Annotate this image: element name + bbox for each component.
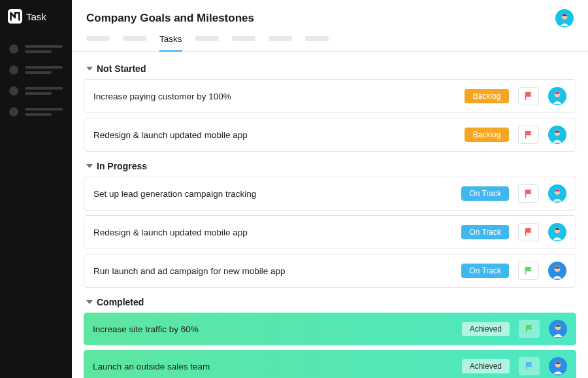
section-in_progress: In ProgressSet up lead generation campai… (84, 157, 576, 288)
task-title: Redesign & launch updated mobile app (93, 228, 452, 237)
flag-button[interactable] (519, 320, 540, 338)
flag-icon (524, 130, 533, 139)
task-title: Redesign & launch updated mobile app (93, 130, 455, 140)
status-badge[interactable]: On Track (461, 186, 509, 201)
sidebar-item[interactable] (9, 65, 63, 75)
tab-placeholder[interactable] (269, 36, 292, 41)
section-completed: CompletedIncrease site traffic by 60%Ach… (84, 293, 576, 378)
tab-placeholder[interactable] (305, 36, 329, 41)
flag-button[interactable] (518, 262, 539, 280)
flag-icon (524, 189, 533, 198)
assignee-avatar[interactable] (548, 223, 566, 241)
task-title: Increase paying customer by 100% (93, 92, 455, 101)
flag-button[interactable] (518, 223, 539, 241)
flag-button[interactable] (518, 87, 539, 105)
chevron-down-icon (86, 164, 93, 168)
status-badge[interactable]: Backlog (465, 128, 509, 142)
section-title: Not Started (97, 63, 146, 74)
status-badge[interactable]: On Track (461, 225, 509, 239)
tab-placeholder[interactable] (123, 36, 146, 41)
sidebar: Task (0, 0, 72, 378)
tab-placeholder[interactable] (195, 36, 219, 41)
task-title: Launch an outside sales team (93, 362, 453, 371)
page-title: Company Goals and Milestones (86, 12, 254, 25)
assignee-avatar[interactable] (549, 320, 567, 338)
chevron-down-icon (86, 67, 93, 71)
header: Company Goals and Milestones (72, 0, 588, 34)
task-title: Increase site traffic by 60% (93, 324, 453, 334)
flag-icon (524, 92, 533, 101)
flag-icon (525, 362, 534, 371)
tabs: Tasks (72, 34, 588, 52)
main-content: Company Goals and Milestones Tasks Not S… (72, 0, 588, 378)
flag-button[interactable] (518, 126, 539, 144)
section-header[interactable]: Completed (84, 293, 576, 313)
tab-placeholder[interactable] (86, 36, 110, 41)
tab-placeholder[interactable] (232, 36, 255, 41)
task-title: Set up lead generation campaign tracking (93, 189, 452, 199)
flag-icon (524, 266, 533, 275)
assignee-avatar[interactable] (548, 87, 566, 105)
task-row[interactable]: Increase paying customer by 100%Backlog (84, 79, 576, 113)
sidebar-nav (0, 33, 72, 128)
app-logo[interactable]: Task (0, 0, 72, 33)
status-badge[interactable]: On Track (461, 264, 509, 278)
task-row[interactable]: Launch an outside sales teamAchieved (84, 350, 576, 378)
task-row[interactable]: Redesign & launch updated mobile appBack… (84, 118, 576, 152)
status-badge[interactable]: Achieved (462, 359, 510, 373)
task-list-container: Not StartedIncrease paying customer by 1… (72, 52, 588, 378)
section-title: In Progress (97, 161, 147, 171)
assignee-avatar[interactable] (548, 262, 566, 280)
flag-button[interactable] (518, 184, 539, 203)
app-name: Task (26, 11, 46, 22)
flag-icon (524, 228, 533, 237)
status-badge[interactable]: Backlog (465, 89, 509, 103)
status-badge[interactable]: Achieved (462, 322, 510, 336)
sidebar-item[interactable] (9, 107, 63, 116)
flag-button[interactable] (519, 357, 540, 375)
task-row[interactable]: Set up lead generation campaign tracking… (84, 177, 576, 211)
task-row[interactable]: Run launch and ad campaign for new mobil… (84, 254, 576, 288)
assignee-avatar[interactable] (548, 184, 566, 203)
sidebar-item[interactable] (9, 86, 63, 95)
task-title: Run launch and ad campaign for new mobil… (93, 266, 452, 276)
task-row[interactable]: Increase site traffic by 60%Achieved (84, 313, 576, 345)
tab-tasks[interactable]: Tasks (159, 34, 182, 52)
section-not_started: Not StartedIncrease paying customer by 1… (84, 60, 576, 152)
logo-icon (8, 9, 22, 24)
task-row[interactable]: Redesign & launch updated mobile appOn T… (84, 215, 576, 249)
assignee-avatar[interactable] (549, 357, 567, 375)
section-title: Completed (97, 297, 144, 307)
flag-icon (525, 324, 534, 334)
chevron-down-icon (86, 300, 93, 304)
user-avatar[interactable] (555, 9, 574, 27)
section-header[interactable]: Not Started (84, 60, 576, 79)
assignee-avatar[interactable] (548, 126, 566, 144)
section-header[interactable]: In Progress (84, 157, 576, 177)
sidebar-item[interactable] (9, 44, 63, 54)
